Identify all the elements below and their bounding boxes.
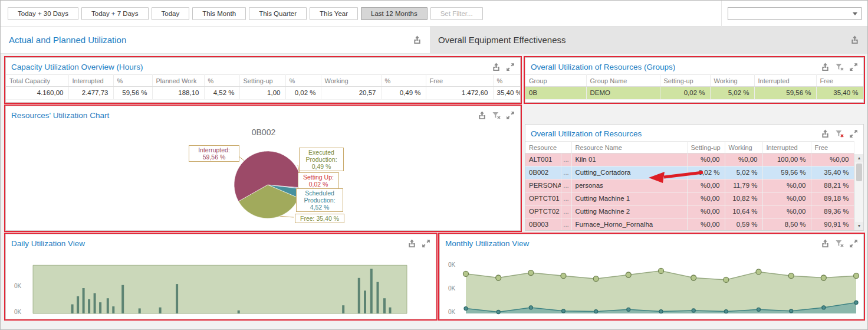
clear-filter-icon[interactable]	[835, 129, 844, 138]
clear-filter-icon[interactable]	[835, 239, 844, 248]
header-row: Resource Resource Name Setting-up Workin…	[525, 142, 854, 153]
column-header[interactable]: Setting-up	[660, 75, 710, 87]
table-row[interactable]: ALT001 ... Kiln 01 %0,00 %0,00 100,00 % …	[525, 153, 854, 166]
table-row[interactable]: OPTCT02 ... Cutting Machine 2 %0,00 10,6…	[525, 205, 854, 218]
label-line: 59,56 %	[191, 153, 237, 161]
scrollbar-track[interactable]	[855, 162, 863, 222]
column-header[interactable]: Resource	[525, 142, 571, 153]
export-icon[interactable]	[492, 63, 501, 71]
column-header[interactable]: Free	[816, 75, 863, 87]
column-header[interactable]: %	[113, 75, 152, 87]
column-header[interactable]: Free	[811, 142, 854, 153]
cell: 59,56 %	[113, 87, 152, 100]
label-line: Executed	[301, 149, 341, 156]
cell: 89,36 %	[811, 205, 854, 218]
header-row: Total Capacity Interrupted % Planned Wor…	[6, 75, 520, 87]
cell: %0,00	[811, 153, 854, 166]
table-row[interactable]: PERSONAS ... personas %0,00 11,79 % %0,0…	[525, 179, 854, 192]
range-today-plus-30-button[interactable]: Today + 30 Days	[8, 7, 78, 20]
scroll-up-button[interactable]: ▲	[855, 154, 863, 162]
column-header[interactable]: Planned Work	[152, 75, 204, 87]
cell: 2.477,73	[68, 87, 113, 100]
expand-icon[interactable]	[849, 63, 858, 71]
column-header[interactable]: Group Name	[586, 75, 660, 87]
panel-title: Overall Utilization of Resources (Groups…	[531, 63, 675, 71]
column-header[interactable]: %	[381, 75, 426, 87]
set-filter-button[interactable]: Set Filter...	[430, 7, 483, 20]
column-header[interactable]: Setting-up	[687, 142, 725, 153]
expand-icon[interactable]	[849, 239, 858, 248]
range-this-year-button[interactable]: This Year	[310, 7, 358, 20]
export-icon[interactable]	[821, 239, 830, 248]
expand-icon[interactable]	[422, 239, 430, 248]
range-today-plus-7-button[interactable]: Today + 7 Days	[81, 7, 149, 20]
cell: 5,02 %	[710, 87, 754, 100]
pie-label-free: Free: 35,40 %	[295, 214, 344, 223]
column-header[interactable]: Interrupted	[68, 75, 113, 87]
export-icon[interactable]	[407, 239, 416, 248]
cell: %0,00	[687, 153, 725, 166]
cell: 59,56 %	[754, 87, 816, 100]
y-axis-label: 0K	[14, 309, 21, 315]
column-header[interactable]: Working	[725, 142, 762, 153]
column-header[interactable]: Setting-up	[239, 75, 285, 87]
cell: 10,64 %	[725, 205, 762, 218]
table-row[interactable]: 4.160,00 2.477,73 59,56 % 188,10 4,52 % …	[6, 87, 520, 100]
column-header[interactable]: Free	[426, 75, 493, 87]
cell: 0,02 %	[660, 87, 710, 100]
cell: OPTCT02	[525, 205, 561, 218]
column-header[interactable]: Resource Name	[571, 142, 687, 153]
column-header[interactable]: %	[493, 75, 520, 87]
column-header[interactable]: Total Capacity	[6, 75, 68, 87]
cell: OPTCT01	[525, 192, 561, 205]
pie-label-setting-up: Setting Up: 0,02 %	[298, 172, 339, 189]
export-icon[interactable]	[821, 63, 830, 71]
cell: %0,00	[687, 192, 725, 205]
tab-overall-equipment-effectiveness[interactable]: Overall Equipment Effectiveness	[430, 27, 867, 53]
range-today-button[interactable]: Today	[152, 7, 190, 20]
export-icon[interactable]	[478, 111, 486, 120]
column-header[interactable]: Interrupted	[754, 75, 816, 87]
pie-chart[interactable]	[6, 106, 520, 230]
column-header[interactable]: Interrupted	[762, 142, 811, 153]
column-header[interactable]: Working	[321, 75, 381, 87]
cell: 4.160,00	[6, 87, 68, 100]
expand-icon[interactable]	[506, 63, 515, 71]
ellipsis-button[interactable]: ...	[561, 218, 571, 231]
cell: 59,56 %	[762, 166, 811, 179]
expand-icon[interactable]	[849, 129, 858, 138]
range-this-month-button[interactable]: This Month	[192, 7, 246, 20]
table-row[interactable]: OPTCT01 ... Cutting Machine 1 %0,00 10,8…	[525, 192, 854, 205]
export-icon[interactable]	[821, 129, 830, 138]
table-row[interactable]: 0B003 ... Furnace_Horno_Fornalha %0,00 0…	[525, 218, 854, 231]
vertical-scrollbar[interactable]: ▲ ▼	[854, 154, 863, 230]
ellipsis-button[interactable]: ...	[561, 166, 571, 179]
scrollbar-thumb[interactable]	[856, 164, 862, 181]
filter-dropdown[interactable]	[728, 7, 862, 20]
tab-title: Overall Equipment Effectiveness	[438, 35, 566, 45]
label-line: Production:	[298, 197, 341, 204]
export-icon[interactable]	[850, 35, 859, 44]
ellipsis-button[interactable]: ...	[561, 179, 571, 192]
table-row[interactable]: 0B DEMO 0,02 % 5,02 % 59,56 % 35,40 %	[525, 87, 863, 100]
ellipsis-button[interactable]: ...	[561, 153, 571, 166]
column-header[interactable]: Group	[525, 75, 586, 87]
tab-actual-planned-utilization[interactable]: Actual and Planned Utilization	[1, 27, 430, 53]
column-header[interactable]: Working	[710, 75, 754, 87]
column-header[interactable]: %	[204, 75, 239, 87]
cell: 0,59 %	[725, 218, 762, 231]
monthly-area-chart	[443, 256, 862, 318]
range-this-quarter-button[interactable]: This Quarter	[249, 7, 307, 20]
ellipsis-button[interactable]: ...	[561, 205, 571, 218]
cell: %0,00	[725, 153, 762, 166]
table-row-selected[interactable]: 0B002 ... Cutting_Cortadora 0,02 % 5,02 …	[525, 166, 854, 179]
expand-icon[interactable]	[506, 111, 515, 120]
column-header[interactable]: %	[285, 75, 321, 87]
scroll-down-button[interactable]: ▼	[855, 222, 863, 230]
ellipsis-button[interactable]: ...	[561, 192, 571, 205]
groups-table: Group Group Name Setting-up Working Inte…	[525, 74, 864, 100]
clear-filter-icon[interactable]	[835, 63, 844, 71]
range-last-12-months-button[interactable]: Last 12 Months	[361, 7, 428, 20]
export-icon[interactable]	[413, 35, 422, 44]
clear-filter-icon[interactable]	[492, 111, 501, 120]
